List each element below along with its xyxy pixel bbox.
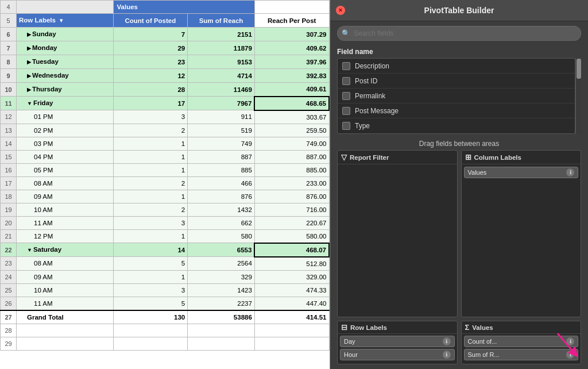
list-item[interactable]: Permalink: [338, 89, 575, 103]
pivot-title: PivotTable Builder: [424, 6, 494, 15]
values-header: Σ Values: [462, 321, 581, 334]
value-tag-count[interactable]: Count of... ℹ: [464, 336, 579, 347]
list-item[interactable]: Post Message: [338, 103, 575, 118]
table-row: 15 04 PM 1 887 887.00: [1, 150, 330, 163]
table-row: 18 09 AM 1 876 876.00: [1, 190, 330, 203]
column-icon: ⊞: [465, 153, 471, 162]
field-list: Description Post ID Permalink Post Messa…: [337, 58, 575, 134]
sum-header: Sum of Reach: [188, 14, 255, 28]
reach-header: Reach Per Post: [254, 14, 329, 28]
info-icon[interactable]: ℹ: [566, 337, 574, 345]
pivot-header: ✕ PivotTable Builder: [330, 0, 588, 21]
info-icon[interactable]: ℹ: [443, 351, 451, 359]
drag-section-label: Drag fields between areas: [330, 136, 588, 150]
column-tag-values[interactable]: Values ℹ: [464, 167, 579, 178]
pivot-panel: ✕ PivotTable Builder 🔍 Field name Descri…: [330, 0, 588, 369]
table-row: 19 10 AM 2 1432 716.00: [1, 203, 330, 216]
row-labels-body[interactable]: Day ℹ Hour ℹ: [338, 334, 457, 364]
field-checkbox[interactable]: [342, 77, 350, 85]
table-row: 16 05 PM 1 885 885.00: [1, 163, 330, 176]
table-row: 26 11 AM 5 2237 447.40: [1, 297, 330, 310]
table-row: 12 01 PM 3 911 303.67: [1, 110, 330, 124]
column-labels-area: ⊞ Column Labels Values ℹ: [461, 150, 582, 317]
pivot-table: 4 Values 5 Row Labels ▾ Count of Posted …: [0, 0, 330, 351]
column-labels-header: ⊞ Column Labels: [462, 151, 581, 164]
row-labels-header: ⊟ Row Labels: [338, 321, 457, 334]
list-item[interactable]: Description: [338, 59, 575, 74]
scrollbar-track: [575, 58, 581, 134]
drag-areas-top: ▽ Report Filter ⊞ Column Labels Values ℹ: [330, 150, 588, 321]
filter-icon: ▽: [341, 153, 347, 162]
table-row: 27 Grand Total 130 53886 414.51: [1, 310, 330, 324]
table-row: 22 ▼Saturday 14 6553 468.07: [1, 243, 330, 257]
table-row: 28: [1, 324, 330, 337]
table-row: 17 08 AM 2 466 233.00: [1, 176, 330, 190]
report-filter-area: ▽ Report Filter: [337, 150, 458, 317]
info-icon[interactable]: ℹ: [566, 351, 574, 359]
count-header: Count of Posted: [113, 14, 188, 28]
scrollbar-thumb[interactable]: [577, 59, 581, 79]
table-row: 9 ▶Wednesday 12 4714 392.83: [1, 69, 330, 83]
list-item[interactable]: Post ID: [338, 74, 575, 89]
report-filter-header: ▽ Report Filter: [338, 151, 457, 164]
table-row: 25 10 AM 3 1423 474.33: [1, 283, 330, 297]
table-row: 21 12 PM 1 580 580.00: [1, 229, 330, 243]
search-input[interactable]: [337, 26, 581, 41]
field-name-section: Field name Description Post ID Permalink: [330, 45, 588, 136]
table-row: 29: [1, 337, 330, 350]
list-item[interactable]: Type: [338, 118, 575, 133]
table-row: 5 Row Labels ▾ Count of Posted Sum of Re…: [1, 14, 330, 28]
row-labels-header: Row Labels: [19, 17, 56, 24]
sigma-icon: Σ: [465, 323, 470, 332]
drag-areas-bottom: ⊟ Row Labels Day ℹ Hour ℹ Σ Values: [330, 321, 588, 369]
field-checkbox[interactable]: [342, 122, 350, 130]
table-row: 6 ▶Sunday 7 2151 307.29: [1, 28, 330, 41]
table-row: 7 ▶Monday 29 11879 409.62: [1, 41, 330, 55]
table-row: 13 02 PM 2 519 259.50: [1, 124, 330, 137]
column-labels-body[interactable]: Values ℹ: [462, 164, 581, 317]
values-area: Σ Values Count of... ℹ Sum of R... ℹ: [461, 321, 582, 364]
spreadsheet: 4 Values 5 Row Labels ▾ Count of Posted …: [0, 0, 330, 369]
field-checkbox[interactable]: [342, 107, 350, 115]
row-tag-hour[interactable]: Hour ℹ: [340, 349, 455, 360]
table-row: 4 Values: [1, 1, 330, 14]
table-row: 20 11 AM 3 662 220.67: [1, 216, 330, 229]
row-tag-day[interactable]: Day ℹ: [340, 336, 455, 347]
row-labels-area: ⊟ Row Labels Day ℹ Hour ℹ: [337, 321, 458, 364]
field-checkbox[interactable]: [342, 62, 350, 70]
search-icon: 🔍: [342, 29, 350, 37]
table-row: 10 ▶Thursday 28 11469 409.61: [1, 83, 330, 97]
info-icon[interactable]: ℹ: [566, 168, 574, 176]
close-button[interactable]: ✕: [336, 6, 345, 15]
report-filter-body[interactable]: [338, 164, 457, 317]
values-body[interactable]: Count of... ℹ Sum of R... ℹ: [462, 334, 581, 364]
value-tag-sum[interactable]: Sum of R... ℹ: [464, 349, 579, 360]
info-icon[interactable]: ℹ: [443, 337, 451, 345]
search-box: 🔍: [337, 26, 581, 41]
rows-icon: ⊟: [341, 323, 347, 332]
field-name-label: Field name: [337, 48, 581, 56]
table-row: 8 ▶Tuesday 23 9153 397.96: [1, 55, 330, 69]
table-row: 11 ▼Friday 17 7967 468.65: [1, 97, 330, 110]
table-row: 24 09 AM 1 329 329.00: [1, 270, 330, 283]
table-row: 14 03 PM 1 749 749.00: [1, 137, 330, 150]
field-checkbox[interactable]: [342, 92, 350, 100]
table-row: 23 08 AM 5 2564 512.80: [1, 257, 330, 271]
